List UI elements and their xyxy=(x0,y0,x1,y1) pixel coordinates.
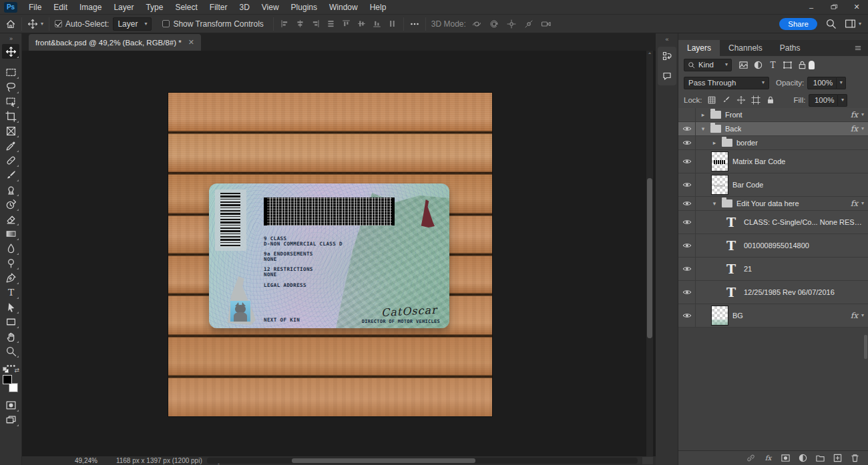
shape-layers-icon[interactable] xyxy=(783,60,793,70)
tool-dodge[interactable] xyxy=(2,256,19,270)
layer-row[interactable]: T12/25/1985 Rev 06/07/2016 xyxy=(678,281,868,304)
fx-expand-chevron[interactable]: ▾ xyxy=(861,112,864,117)
tool-zoom[interactable] xyxy=(2,344,19,358)
zoom-level[interactable]: 49,24% xyxy=(75,457,97,464)
layer-row-body[interactable]: ▸border xyxy=(696,136,868,149)
type-layers-icon[interactable]: T xyxy=(768,60,778,70)
menu-filter[interactable]: Filter xyxy=(204,0,234,15)
visibility-toggle[interactable] xyxy=(678,108,696,121)
menu-layer[interactable]: Layer xyxy=(107,0,140,15)
align-left-icon[interactable] xyxy=(280,19,289,28)
tool-eraser[interactable] xyxy=(2,211,19,226)
layer-row[interactable]: Bar Code xyxy=(678,173,868,197)
align-bottom-icon[interactable] xyxy=(373,19,381,28)
layer-row-body[interactable]: ▾Backfx▾ xyxy=(696,122,868,135)
layer-row[interactable]: ▸border xyxy=(678,136,868,150)
align-top-icon[interactable] xyxy=(342,19,351,28)
tool-clone-stamp[interactable] xyxy=(2,182,19,197)
tool-blur[interactable] xyxy=(2,241,19,256)
tool-object-selection[interactable] xyxy=(2,94,19,109)
lock-transparent-icon[interactable] xyxy=(707,95,716,105)
home-icon[interactable] xyxy=(5,19,16,29)
history-icon[interactable] xyxy=(662,51,672,61)
tool-eyedropper[interactable] xyxy=(2,138,19,153)
tab-layers[interactable]: Layers xyxy=(678,40,720,56)
layer-row[interactable]: T0010008955014800 xyxy=(678,234,868,258)
canvas-document[interactable]: 9 CLASSD-NON COMMERCIAL CLASS D9a ENDORS… xyxy=(168,93,492,416)
tool-screen-mode[interactable] xyxy=(2,412,19,427)
tool-gradient[interactable] xyxy=(2,226,19,241)
align-right-icon[interactable] xyxy=(311,19,320,28)
pan-3d-icon[interactable] xyxy=(506,19,517,29)
resize-corner[interactable] xyxy=(642,457,653,464)
orbit-3d-icon[interactable] xyxy=(471,19,482,29)
group-expanded-chevron[interactable]: ▾ xyxy=(700,125,706,132)
adjustment-new-icon[interactable] xyxy=(798,453,808,463)
layer-row[interactable]: T21 xyxy=(678,258,868,281)
tool-history-brush[interactable] xyxy=(2,197,19,211)
fx-expand-chevron[interactable]: ▾ xyxy=(861,313,864,318)
layer-row[interactable]: ▾Backfx▾ xyxy=(678,122,868,136)
canvas-region[interactable]: 9 CLASSD-NON COMMERCIAL CLASS D9a ENDORS… xyxy=(22,51,656,456)
pixel-layers-icon[interactable] xyxy=(738,60,748,70)
layer-thumbnail[interactable] xyxy=(711,175,728,195)
roll-3d-icon[interactable] xyxy=(489,19,499,29)
blend-mode-dropdown[interactable]: Pass Through ▾ xyxy=(684,77,769,89)
visibility-toggle[interactable] xyxy=(678,150,696,173)
visibility-toggle[interactable] xyxy=(678,136,696,149)
fill-field[interactable]: 100% xyxy=(809,94,838,107)
visibility-toggle[interactable] xyxy=(678,304,696,327)
layer-row-body[interactable]: T21 xyxy=(696,258,868,280)
comments-icon[interactable] xyxy=(662,71,672,81)
menu-type[interactable]: Type xyxy=(140,0,169,15)
share-button[interactable]: Share xyxy=(779,18,817,30)
group-expanded-chevron[interactable]: ▾ xyxy=(711,200,718,207)
layer-row[interactable]: TCLASS: C-Single/Co... None RESTR: None xyxy=(678,211,868,234)
visibility-toggle[interactable] xyxy=(678,281,696,304)
delete-icon[interactable] xyxy=(850,453,860,463)
visibility-toggle[interactable] xyxy=(678,173,696,196)
tool-brush[interactable] xyxy=(2,167,19,182)
tool-quick-mask[interactable] xyxy=(2,398,19,412)
tool-frame[interactable] xyxy=(2,123,19,138)
layer-row[interactable]: ▸Frontfx▾ xyxy=(678,108,868,122)
group-collapsed-chevron[interactable]: ▸ xyxy=(700,111,706,118)
layer-row-body[interactable]: T0010008955014800 xyxy=(696,234,868,257)
new-layer-icon[interactable] xyxy=(833,453,843,463)
adjustment-layers-icon[interactable] xyxy=(753,60,763,70)
distribute-center-icon[interactable] xyxy=(357,19,366,28)
menu-3d[interactable]: 3D xyxy=(233,0,255,15)
link-icon[interactable] xyxy=(746,453,756,463)
tab-channels[interactable]: Channels xyxy=(720,40,771,56)
close-button[interactable]: ✕ xyxy=(845,0,868,15)
lock-all-icon[interactable] xyxy=(766,95,775,105)
tool-type[interactable]: T xyxy=(2,285,19,300)
align-center-h-icon[interactable] xyxy=(296,19,304,28)
foreground-color[interactable] xyxy=(3,375,12,384)
tool-move[interactable] xyxy=(2,44,19,59)
distribute-h-icon[interactable] xyxy=(388,19,397,28)
tool-pen[interactable] xyxy=(2,270,19,285)
layer-effects[interactable]: fx▾ xyxy=(851,110,864,119)
tool-hand[interactable] xyxy=(2,329,19,344)
layer-effects[interactable]: fx▾ xyxy=(851,311,864,320)
lock-artboard-icon[interactable] xyxy=(751,95,761,105)
tool-rectangle[interactable] xyxy=(2,314,19,329)
layer-effects[interactable]: fx▾ xyxy=(851,124,864,133)
fx-effects-icon[interactable]: fx xyxy=(763,453,773,463)
auto-select-dropdown[interactable]: Layer ▾ xyxy=(113,17,152,31)
layer-row-body[interactable]: T12/25/1985 Rev 06/07/2016 xyxy=(696,281,868,304)
restore-button[interactable] xyxy=(823,0,845,15)
layer-row[interactable]: ▾Edit Your data herefx▾ xyxy=(678,197,868,211)
layer-thumbnail[interactable] xyxy=(711,306,728,326)
visibility-toggle[interactable] xyxy=(678,197,696,210)
new-group-icon[interactable] xyxy=(815,453,825,463)
visibility-toggle[interactable] xyxy=(678,122,696,135)
add-mask-icon[interactable] xyxy=(781,453,791,463)
layer-row-body[interactable]: ▸Frontfx▾ xyxy=(696,108,868,121)
horizontal-scrollbar[interactable] xyxy=(207,458,638,464)
fill-dropdown-caret[interactable]: ▾ xyxy=(838,94,847,107)
smart-objects-icon[interactable] xyxy=(797,60,807,70)
swap-colors-icon[interactable]: ⇄ xyxy=(14,367,19,374)
layer-row-body[interactable]: Matrix Bar Code xyxy=(696,150,868,173)
